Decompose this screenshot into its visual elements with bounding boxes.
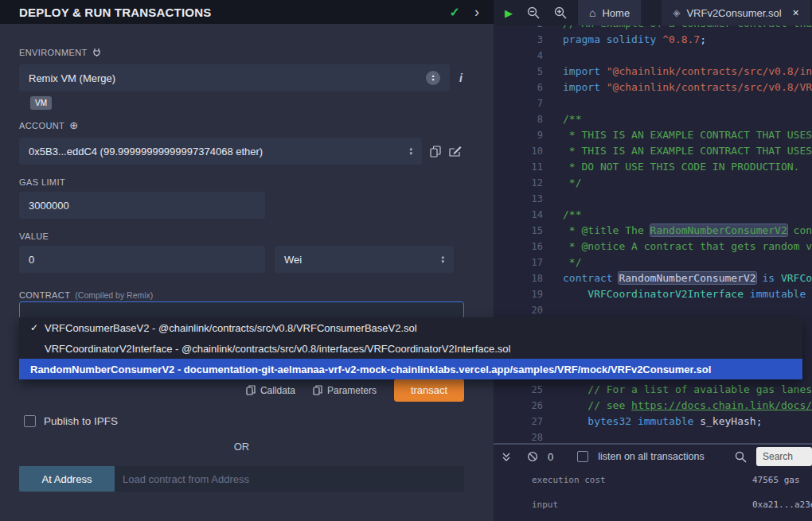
at-address-button[interactable]: At Address [19,466,115,492]
line-number: 11 [494,159,549,175]
line-number: 17 [494,255,549,270]
select-arrows-icon: ▴▾ [441,255,444,264]
pending-tx-icon [527,451,538,462]
gas-limit-label: GAS LIMIT [19,177,474,187]
code-line[interactable]: 4 [494,48,812,64]
environment-label: ENVIRONMENT [19,48,474,57]
code-line[interactable]: 18contract RandomNumberConsumerV2 is VRF… [494,270,812,286]
code-line[interactable]: 12 */ [494,175,812,191]
line-number: 5 [494,64,549,80]
check-icon: ✓ [30,322,45,333]
tab-home[interactable]: ⌂ Home [578,0,641,25]
line-number: 18 [494,270,549,286]
calldata-button[interactable]: Calldata [246,385,295,396]
remix-app: DEPLOY & RUN TRANSACTIONS ✓ › ENVIRONMEN… [0,0,812,521]
copy-icon[interactable] [430,146,441,157]
code-line[interactable]: 9 * THIS IS AN EXAMPLE CONTRACT THAT USE… [494,127,812,143]
contract-dropdown: ✓ VRFConsumerBaseV2 - @chainlink/contrac… [19,317,802,379]
line-number: 20 [494,302,549,318]
code-line[interactable]: 10 * THIS IS AN EXAMPLE CONTRACT THAT US… [494,143,812,159]
line-number: 27 [494,414,549,430]
parameters-button[interactable]: Parameters [313,385,377,396]
detail-value: 0xa21...a23e [752,500,812,510]
code-line[interactable]: 8/** [494,111,812,127]
code-line[interactable]: 17 */ [494,255,812,270]
code-line[interactable]: 20 [494,302,812,318]
code-line[interactable]: 26 // see https://docs.chain.link/docs/v… [494,398,812,414]
clipboard-icon [246,385,256,395]
zoom-out-icon[interactable] [527,6,540,19]
plus-circle-icon[interactable]: ⊕ [69,119,78,131]
publish-ipfs-checkbox[interactable] [24,415,36,427]
code-line[interactable]: 11 * DO NOT USE THIS CODE IN PRODUCTION. [494,159,812,175]
line-number: 25 [494,382,549,398]
deploy-run-panel: DEPLOY & RUN TRANSACTIONS ✓ › ENVIRONMEN… [0,0,494,521]
search-icon [735,451,747,463]
panel-header: DEPLOY & RUN TRANSACTIONS ✓ › [0,0,494,24]
line-number: 16 [494,239,549,255]
environment-select[interactable]: Remix VM (Merge) ▴▾ [19,64,450,91]
value-unit-select[interactable]: Wei ▴▾ [275,246,454,273]
line-number: 28 [494,430,549,443]
code-line[interactable]: 5import "@chainlink/contracts/src/v0.8/i… [494,64,812,80]
vm-badge: VM [30,96,52,110]
panel-body: ENVIRONMENT Remix VM (Merge) ▴▾ i VM ACC… [0,48,494,492]
chevron-right-icon[interactable]: › [474,5,479,19]
line-number: 14 [494,207,549,223]
select-arrows-icon: ▴▾ [426,71,440,85]
line-number: 7 [494,95,549,111]
line-number: 8 [494,111,549,127]
editor-tabbar: ▶ ⌂ Home ◈ VRFv2Consumer.sol × [494,0,812,25]
terminal-search-input[interactable] [756,447,812,466]
transact-button[interactable]: transact [394,379,464,402]
account-label: ACCOUNT ⊕ [19,119,474,131]
value-unit: Wei [284,254,302,266]
code-area[interactable]: 2// An example of a consumer contract th… [494,25,812,443]
code-line[interactable]: 6import "@chainlink/contracts/src/v0.8/V… [494,80,812,95]
run-icon[interactable]: ▶ [505,7,513,19]
code-line[interactable]: 2// An example of a consumer contract th… [494,25,812,32]
value-label: VALUE [19,231,474,241]
clipboard-icon [313,385,322,395]
code-line[interactable]: 7 [494,95,812,111]
listen-all-checkbox[interactable] [577,451,588,462]
zoom-in-icon[interactable] [554,6,567,19]
contract-option[interactable]: ✓ VRFConsumerBaseV2 - @chainlink/contrac… [19,317,802,338]
detail-row: input 0xa21...a23e [532,500,812,510]
value-input[interactable] [19,246,265,273]
code-line[interactable]: 19 VRFCoordinatorV2Interface immutable C… [494,286,812,302]
plug-icon [92,48,101,57]
line-number: 13 [494,191,549,207]
detail-value: 47565 gas [752,475,800,485]
detail-label: execution cost [532,475,752,485]
or-label: OR [19,441,464,453]
code-line[interactable]: 14/** [494,207,812,223]
code-line[interactable]: 3pragma solidity ^0.8.7; [494,32,812,48]
line-number: 9 [494,127,549,143]
code-line[interactable]: 15 * @title The RandomNumberConsumerV2 c… [494,223,812,239]
code-line[interactable]: 28 [494,430,812,443]
line-number: 2 [494,25,549,32]
edit-icon[interactable] [449,146,462,157]
account-select[interactable]: 0x5B3...eddC4 (99.99999999999997374068 e… [19,138,422,165]
terminal-collapse-icon[interactable] [502,452,511,462]
code-line[interactable]: 13 [494,191,812,207]
code-line[interactable]: 27 bytes32 immutable s_keyHash; [494,414,812,430]
transaction-details: execution cost 47565 gas input 0xa21...a… [494,469,812,510]
code-line[interactable]: 25 // For a list of available gas lanes … [494,382,812,398]
contract-option[interactable]: VRFCoordinatorV2Interface - @chainlink/c… [19,338,802,359]
contract-label: CONTRACT (Compiled by Remix) [19,290,474,300]
solidity-file-icon: ◈ [673,7,680,18]
line-number: 4 [494,48,549,64]
code-line[interactable]: 16 * @notice A contract that gets random… [494,239,812,255]
contract-sublabel: (Compiled by Remix) [75,290,153,300]
tab-vrfv2consumer[interactable]: ◈ VRFv2Consumer.sol × [662,0,810,25]
line-number: 3 [494,32,549,48]
contract-option-selected[interactable]: RandomNumberConsumerV2 - documentation-g… [19,359,802,379]
at-address-input[interactable] [115,466,464,492]
gas-limit-input[interactable] [19,192,265,219]
info-icon[interactable]: i [459,72,463,84]
close-icon[interactable]: × [793,6,799,19]
pending-tx-count: 0 [548,451,553,463]
environment-value: Remix VM (Merge) [29,72,115,84]
